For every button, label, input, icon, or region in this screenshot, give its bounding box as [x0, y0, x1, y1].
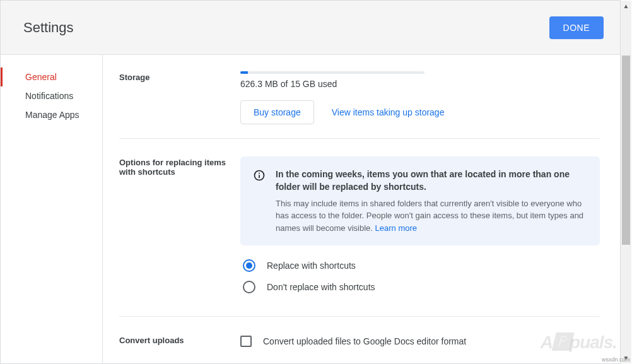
- done-button[interactable]: DONE: [549, 16, 604, 39]
- watermark-small: wsxdn.com: [602, 356, 630, 363]
- radio-label: Don't replace with shortcuts: [267, 282, 375, 292]
- dialog-header: Settings DONE: [1, 1, 620, 55]
- buy-storage-button[interactable]: Buy storage: [240, 100, 314, 124]
- scrollbar[interactable]: ▲ ▼: [621, 1, 631, 363]
- settings-dialog: Settings DONE General Notifications Mana…: [0, 0, 621, 364]
- storage-used-text: 626.3 MB of 15 GB used: [240, 79, 600, 89]
- radio-replace-with-shortcuts[interactable]: Replace with shortcuts: [243, 259, 600, 272]
- info-body: This may include items in shared folders…: [276, 197, 587, 235]
- storage-progress-bar: [240, 71, 424, 74]
- view-storage-link[interactable]: View items taking up storage: [332, 107, 445, 117]
- radio-dont-replace[interactable]: Don't replace with shortcuts: [243, 281, 600, 293]
- settings-sidebar: General Notifications Manage Apps: [1, 55, 103, 364]
- section-storage: Storage 626.3 MB of 15 GB used Buy stora…: [119, 68, 600, 139]
- section-shortcuts: Options for replacing items with shortcu…: [119, 153, 600, 317]
- radio-icon-unchecked: [243, 281, 255, 293]
- scrollbar-up-icon[interactable]: ▲: [621, 1, 631, 11]
- radio-icon-checked: [243, 259, 255, 272]
- checkbox-convert-uploads[interactable]: Convert uploaded files to Google Docs ed…: [240, 336, 600, 347]
- dialog-title: Settings: [23, 20, 74, 36]
- info-banner: In the coming weeks, items you own that …: [240, 156, 600, 245]
- scrollbar-thumb[interactable]: [622, 56, 630, 245]
- info-icon: [253, 169, 266, 182]
- sidebar-item-manage-apps[interactable]: Manage Apps: [1, 105, 102, 124]
- section-label-convert: Convert uploads: [119, 334, 240, 347]
- storage-progress-fill: [240, 71, 248, 74]
- section-label-shortcuts: Options for replacing items with shortcu…: [119, 156, 240, 302]
- sidebar-item-notifications[interactable]: Notifications: [1, 86, 102, 105]
- learn-more-link[interactable]: Learn more: [375, 223, 417, 233]
- info-body-text: This may include items in shared folders…: [276, 199, 583, 233]
- settings-content: Storage 626.3 MB of 15 GB used Buy stora…: [103, 55, 620, 364]
- section-convert-uploads: Convert uploads Convert uploaded files t…: [119, 331, 600, 347]
- checkbox-label: Convert uploaded files to Google Docs ed…: [263, 336, 466, 346]
- sidebar-item-general[interactable]: General: [1, 68, 102, 86]
- checkbox-icon-unchecked: [240, 336, 252, 347]
- radio-label: Replace with shortcuts: [267, 261, 356, 271]
- dialog-body: General Notifications Manage Apps Storag…: [1, 55, 620, 364]
- info-headline: In the coming weeks, items you own that …: [276, 168, 587, 194]
- section-label-storage: Storage: [119, 71, 240, 124]
